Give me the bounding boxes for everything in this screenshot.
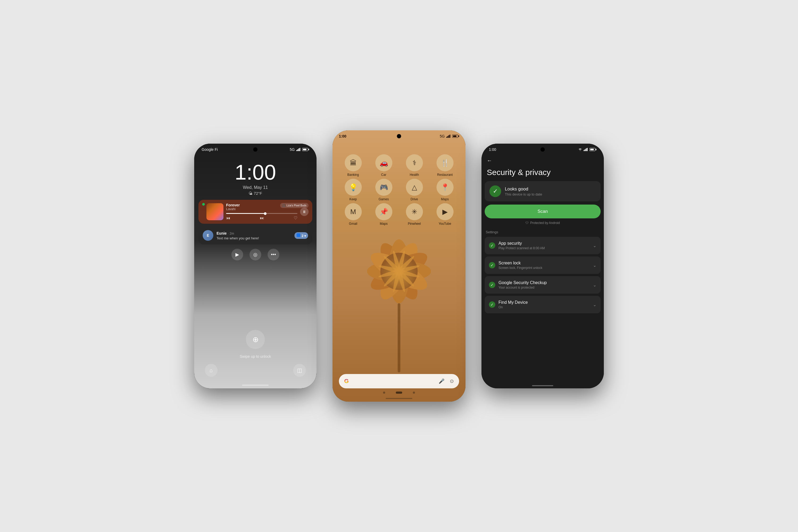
home-bottom-nav: [332, 388, 466, 398]
home-signal-icon: [446, 135, 451, 138]
google-security-chevron: ⌄: [593, 283, 596, 288]
setting-item-app-security[interactable]: ✓ App security Play Protect scanned at 8…: [484, 237, 601, 254]
search-bar[interactable]: G 🎤 ⊙: [339, 374, 459, 388]
lock-clock: 1:00: [194, 162, 317, 183]
fingerprint-button[interactable]: ⊕: [246, 330, 265, 349]
app-item-gmail[interactable]: MGmail: [339, 203, 367, 226]
pause-button[interactable]: ⏸: [300, 208, 308, 216]
looks-good-text: Looks good This device is up to date: [505, 187, 542, 196]
app-item-health[interactable]: ⚕Health: [400, 154, 429, 177]
phone-lock-screen: Google Fi 5G 1:00 Wed, May 11 🌤 72°F: [194, 144, 317, 388]
settings-quick-btn[interactable]: ◎: [249, 249, 261, 261]
progress-dot: [264, 212, 267, 215]
find-device-text: Find My Device On: [498, 300, 590, 309]
home-battery-icon: [452, 135, 459, 138]
screen-lock-text: Screen lock Screen lock, Fingerprint unl…: [498, 261, 590, 270]
phone-security-screen: 1:00 ←: [481, 144, 604, 388]
notification-text: Text me when you get here!: [216, 236, 291, 240]
nav-dot-1: [383, 392, 385, 394]
app-icon-car: 🚗: [375, 154, 392, 171]
app-security-check-icon: ✓: [489, 242, 495, 249]
settings-section-label: Settings: [484, 230, 601, 234]
app-icon-health: ⚕: [406, 154, 423, 171]
security-title: Security & privacy: [481, 164, 604, 181]
notification-header: Eunie · 2m: [216, 231, 291, 236]
microphone-icon[interactable]: 🎤: [439, 378, 444, 384]
app-label-restaurant: Restaurant: [437, 173, 453, 177]
app-label-drive: Drive: [411, 197, 418, 201]
app-item-youtube[interactable]: ▶YouTube: [431, 203, 459, 226]
google-security-text: Google Security Checkup Your account is …: [498, 280, 590, 289]
sec-time: 1:00: [489, 147, 496, 152]
app-label-pinwheel: Pinwheel: [408, 222, 421, 226]
sender-name: Eunie: [216, 231, 227, 235]
app-icon-banking: 🏛: [345, 154, 362, 171]
home-status-icons: 5G: [440, 134, 459, 138]
svg-rect-28: [584, 150, 584, 151]
buds-indicator: 🎧 Liza's Pixel Buds: [280, 203, 308, 208]
sec-nav-indicator: [532, 385, 553, 386]
app-label-banking: Banking: [347, 173, 359, 177]
screen-lock-check-icon: ✓: [489, 262, 495, 268]
find-device-check-icon: ✓: [489, 301, 495, 308]
lens-icon[interactable]: ⊙: [450, 378, 454, 384]
media-card[interactable]: Forever Lavahi ⏮ ⏭ ♡ ⏸ 🎧 Liza's Pixel Bu…: [198, 200, 312, 224]
svg-rect-31: [587, 148, 588, 151]
app-item-restaurant[interactable]: 🍴Restaurant: [431, 154, 459, 177]
app-item-keep[interactable]: 💡Keep: [339, 179, 367, 201]
svg-rect-1: [298, 149, 298, 151]
app-label-health: Health: [410, 173, 419, 177]
app-item-pinwheel[interactable]: ✳Pinwheel: [400, 203, 429, 226]
svg-rect-26: [449, 135, 449, 138]
setting-item-find-device[interactable]: ✓ Find My Device On ⌄: [484, 296, 601, 314]
android-shield-icon: 🛡: [525, 221, 529, 225]
status-icons: 5G: [290, 147, 309, 152]
app-label-youtube: YouTube: [439, 222, 451, 226]
wallet-button[interactable]: ◫: [293, 364, 306, 377]
app-icon-maps: 📍: [437, 179, 454, 196]
svg-rect-27: [450, 135, 450, 138]
nav-indicator: [242, 385, 269, 386]
app-grid: 🏛Banking🚗Car⚕Health🍴Restaurant💡Keep🎮Game…: [332, 138, 466, 226]
app-item-maps[interactable]: 📌Maps: [369, 203, 398, 226]
home-button[interactable]: ⌂: [205, 364, 217, 377]
network-label: 5G: [290, 147, 295, 152]
app-item-drive[interactable]: △Drive: [400, 179, 429, 201]
app-item-maps[interactable]: 📍Maps: [431, 179, 459, 201]
notification-time: · 2m: [228, 232, 234, 235]
notification-card[interactable]: E Eunie · 2m Text me when you get here! …: [198, 226, 312, 244]
prev-button[interactable]: ⏮: [226, 216, 230, 221]
home-network: 5G: [440, 134, 445, 138]
screen-lock-title: Screen lock: [498, 261, 590, 265]
camera-punch-hole: [253, 147, 258, 152]
back-button[interactable]: ←: [487, 157, 492, 164]
app-item-banking[interactable]: 🏛Banking: [339, 154, 367, 177]
sec-status-icons: [578, 148, 596, 151]
app-icon-keep: 💡: [345, 179, 362, 196]
nav-dot-3: [413, 392, 415, 394]
looks-good-subtitle: This device is up to date: [505, 192, 542, 196]
next-button[interactable]: ⏭: [260, 216, 264, 221]
svg-rect-3: [300, 148, 300, 151]
looks-good-title: Looks good: [505, 187, 542, 192]
app-item-car[interactable]: 🚗Car: [369, 154, 398, 177]
home-nav-indicator: [386, 398, 412, 399]
app-item-games[interactable]: 🎮Games: [369, 179, 398, 201]
svg-rect-24: [446, 137, 447, 138]
battery-icon: [302, 148, 309, 151]
swipe-hint: Swipe up to unlock: [194, 354, 317, 359]
scan-button[interactable]: Scan: [484, 205, 601, 218]
like-button[interactable]: ♡: [294, 215, 298, 221]
app-icon-restaurant: 🍴: [437, 154, 454, 171]
more-quick-btn[interactable]: •••: [268, 249, 279, 261]
youtube-quick-btn[interactable]: ▶: [231, 249, 243, 261]
app-label-maps: Maps: [441, 197, 449, 201]
svg-rect-29: [585, 149, 586, 151]
media-progress-bar[interactable]: [226, 213, 298, 214]
app-label-maps: Maps: [380, 222, 387, 226]
setting-item-google-security[interactable]: ✓ Google Security Checkup Your account i…: [484, 276, 601, 294]
wifi-icon: [578, 148, 582, 151]
notification-content: Eunie · 2m Text me when you get here!: [216, 231, 291, 240]
svg-rect-25: [448, 136, 448, 138]
setting-item-screen-lock[interactable]: ✓ Screen lock Screen lock, Fingerprint u…: [484, 256, 601, 274]
